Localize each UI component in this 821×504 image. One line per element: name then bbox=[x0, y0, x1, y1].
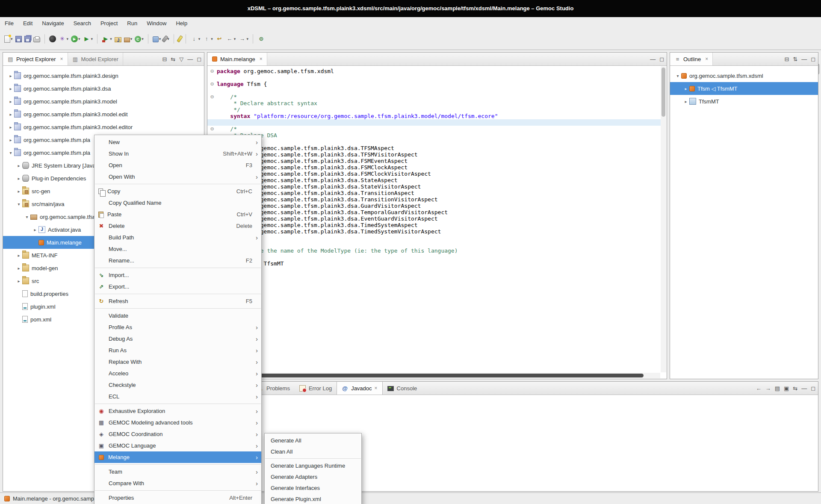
menu-item-gemoc-modeling-advanced-tools[interactable]: GEMOC Modeling advanced tools› bbox=[95, 417, 261, 428]
dropdown-caret-icon[interactable]: ▾ bbox=[142, 37, 144, 41]
run-button[interactable]: ▾ bbox=[70, 34, 81, 44]
back-button[interactable]: ▾ bbox=[225, 34, 237, 44]
submenu-item-generate-adapters[interactable]: Generate Adapters bbox=[265, 471, 361, 482]
tree-item[interactable]: ▸org.gemoc.sample.tfsm.plaink3.dsa bbox=[3, 82, 204, 95]
fold-minus-icon[interactable]: ⊖ bbox=[207, 94, 217, 100]
menubar-item-edit[interactable]: Edit bbox=[18, 17, 37, 30]
code-line[interactable]: with org.gemoc.sample.tfsm.plaink3.dsa.T… bbox=[207, 196, 661, 203]
outline-item[interactable]: ▾org.gemoc.sample.tfsm.xdsml bbox=[670, 69, 818, 82]
code-line[interactable]: with org.gemoc.sample.tfsm.plaink3.dsa.T… bbox=[207, 190, 661, 196]
close-icon[interactable]: × bbox=[375, 385, 378, 391]
minimize-icon[interactable]: — bbox=[187, 56, 193, 62]
menu-item-delete[interactable]: DeleteDelete bbox=[95, 220, 261, 232]
tab-model-explorer[interactable]: Model Explorer bbox=[68, 53, 123, 65]
new-class-button[interactable]: ▾ bbox=[134, 35, 145, 44]
code-line[interactable]: with org.gemoc.sample.tfsm.plaink3.dsa.E… bbox=[207, 215, 661, 222]
menu-item-ecl[interactable]: ECL› bbox=[95, 391, 261, 402]
submenu-item-generate-plugin-xml[interactable]: Generate Plugin.xml bbox=[265, 493, 361, 504]
menu-item-properties[interactable]: PropertiesAlt+Enter bbox=[95, 492, 261, 504]
expand-expander-icon[interactable]: ▸ bbox=[15, 176, 22, 181]
collapse-expander-icon[interactable]: ▾ bbox=[674, 74, 681, 78]
code-line[interactable] bbox=[207, 254, 661, 260]
menu-item-gemoc-language[interactable]: GEMOC Language› bbox=[95, 440, 261, 451]
dropdown-caret-icon[interactable]: ▾ bbox=[234, 37, 236, 41]
scrollbar-thumb[interactable] bbox=[662, 68, 665, 117]
dropdown-caret-icon[interactable]: ▾ bbox=[110, 37, 112, 41]
code-line[interactable]: with org.gemoc.sample.tfsm.plaink3.dsa.F… bbox=[207, 158, 661, 164]
minimize-icon[interactable]: — bbox=[801, 56, 807, 62]
maximize-icon[interactable]: ◻ bbox=[659, 56, 664, 62]
outline-item[interactable]: ▸TfsmMT bbox=[670, 95, 818, 108]
pin-editor-button[interactable] bbox=[257, 34, 266, 44]
code-line[interactable]: with org.gemoc.sample.tfsm.plaink3.dsa.T… bbox=[207, 209, 661, 215]
menu-item-validate[interactable]: Validate bbox=[95, 310, 261, 321]
expand-expander-icon[interactable]: ▸ bbox=[7, 86, 14, 91]
menu-item-run-as[interactable]: Run As› bbox=[95, 345, 261, 356]
forward-icon[interactable]: → bbox=[765, 385, 771, 392]
code-line[interactable] bbox=[207, 241, 661, 248]
code-line[interactable]: with org.gemoc.sample.tfsm.plaink3.dsa.T… bbox=[207, 145, 661, 151]
expand-expander-icon[interactable]: ▸ bbox=[15, 163, 22, 168]
animation-button[interactable]: ▾ bbox=[58, 34, 70, 44]
expand-expander-icon[interactable]: ▸ bbox=[15, 266, 22, 271]
tree-item[interactable]: ▸org.gemoc.sample.tfsm.plaink3.model.edi… bbox=[3, 108, 204, 121]
code-line[interactable]: with org.gemoc.sample.tfsm.plaink3.dsa.T… bbox=[207, 228, 661, 235]
gemoc-engine-button[interactable] bbox=[48, 34, 57, 44]
menubar-item-window[interactable]: Window bbox=[142, 17, 171, 30]
menu-item-export[interactable]: Export... bbox=[95, 281, 261, 292]
code-line[interactable]: ⊖package org.gemoc.sample.tfsm.xdsml bbox=[207, 68, 661, 74]
code-line[interactable] bbox=[207, 235, 661, 241]
menubar-item-run[interactable]: Run bbox=[122, 17, 142, 30]
link-with-editor-icon[interactable]: ⇆ bbox=[793, 385, 797, 392]
new-plugin-button[interactable]: ▾ bbox=[152, 34, 162, 44]
menubar-item-file[interactable]: File bbox=[0, 17, 18, 30]
close-icon[interactable]: × bbox=[260, 56, 263, 62]
fold-minus-icon[interactable]: ⊖ bbox=[207, 81, 217, 87]
expand-expander-icon[interactable]: ▸ bbox=[7, 74, 14, 78]
submenu-item-clean-all[interactable]: Clean All bbox=[265, 446, 361, 457]
code-line[interactable]: with org.gemoc.sample.tfsm.plaink3.dsa.G… bbox=[207, 203, 661, 209]
back-icon[interactable]: ← bbox=[756, 385, 762, 392]
submenu-item-generate-all[interactable]: Generate All bbox=[265, 435, 361, 446]
tree-item[interactable]: ▸org.gemoc.sample.tfsm.plaink3.model bbox=[3, 95, 204, 108]
dropdown-caret-icon[interactable]: ▾ bbox=[130, 37, 133, 41]
expand-expander-icon[interactable]: ▸ bbox=[32, 227, 38, 232]
expand-expander-icon[interactable]: ▸ bbox=[682, 86, 689, 91]
external-tools-button[interactable]: ▾ bbox=[101, 34, 113, 44]
menu-item-gemoc-coordination[interactable]: GEMOC Coordination› bbox=[95, 428, 261, 440]
fold-minus-icon[interactable]: ⊖ bbox=[207, 126, 217, 132]
menu-item-debug-as[interactable]: Debug As› bbox=[95, 333, 261, 345]
code-line[interactable] bbox=[207, 87, 661, 94]
menu-item-replace-with[interactable]: Replace With› bbox=[95, 356, 261, 368]
submenu-item-generate-languages-runtime[interactable]: Generate Languages Runtime bbox=[265, 460, 361, 471]
close-icon[interactable]: × bbox=[705, 56, 708, 62]
view-menu-icon[interactable]: ▽ bbox=[179, 56, 183, 62]
code-line[interactable]: with org.gemoc.sample.tfsm.plaink3.dsa.F… bbox=[207, 164, 661, 171]
forward-button[interactable]: ▾ bbox=[237, 34, 249, 44]
coverage-button[interactable]: ▾ bbox=[82, 34, 94, 44]
collapse-all-icon[interactable]: ⊟ bbox=[162, 56, 167, 62]
menu-item-acceleo[interactable]: Acceleo› bbox=[95, 368, 261, 379]
last-edit-location-button[interactable] bbox=[215, 34, 224, 44]
new-java-project-button[interactable] bbox=[114, 35, 122, 44]
menu-item-team[interactable]: Team› bbox=[95, 466, 261, 477]
menu-item-import[interactable]: Import... bbox=[95, 269, 261, 281]
dropdown-caret-icon[interactable]: ▾ bbox=[159, 37, 161, 41]
code-line[interactable]: with org.gemoc.sample.tfsm.plaink3.dsa.T… bbox=[207, 222, 661, 228]
menubar-item-help[interactable]: Help bbox=[171, 17, 192, 30]
menubar-item-navigate[interactable]: Navigate bbox=[37, 17, 68, 30]
menu-item-rename[interactable]: Rename...F2 bbox=[95, 255, 261, 266]
expand-expander-icon[interactable]: ▸ bbox=[7, 99, 14, 104]
expand-expander-icon[interactable]: ▸ bbox=[7, 112, 14, 117]
code-line[interactable]: * Declare abstract syntax bbox=[207, 100, 661, 106]
editor-horizontal-scrollbar[interactable] bbox=[208, 373, 660, 378]
dropdown-caret-icon[interactable]: ▾ bbox=[91, 37, 93, 41]
maximize-icon[interactable]: ◻ bbox=[811, 56, 815, 62]
menu-item-refresh[interactable]: RefreshF5 bbox=[95, 295, 261, 307]
maximize-icon[interactable]: ◻ bbox=[197, 56, 201, 62]
code-line[interactable]: with org.gemoc.sample.tfsm.plaink3.dsa.T… bbox=[207, 151, 661, 158]
collapse-expander-icon[interactable]: ▾ bbox=[7, 150, 14, 155]
menu-item-checkstyle[interactable]: Checkstyle› bbox=[95, 379, 261, 391]
code-line[interactable]: ⊖language Tfsm { bbox=[207, 81, 661, 87]
code-area[interactable]: ⊖package org.gemoc.sample.tfsm.xdsml⊖lan… bbox=[207, 66, 661, 373]
